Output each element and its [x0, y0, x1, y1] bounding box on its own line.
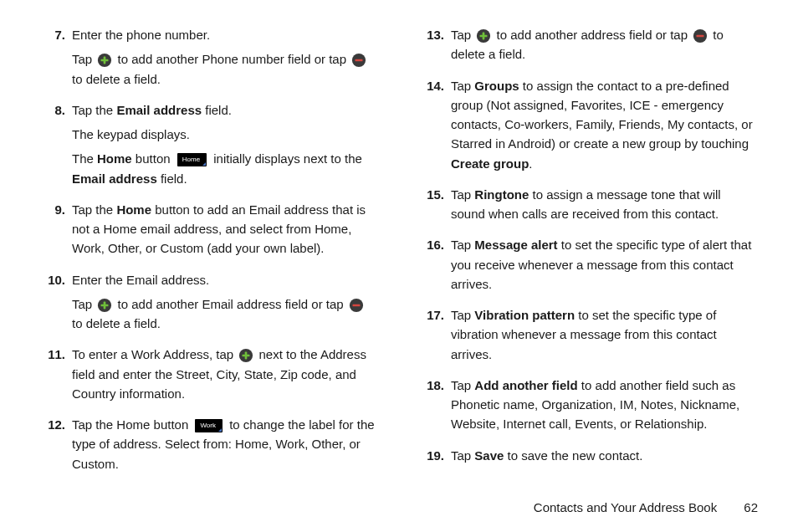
step-paragraph: Tap Save to save the new contact. [451, 446, 758, 465]
bold-text: Email address [116, 103, 202, 117]
step-body: Tap Add another field to add another fie… [451, 376, 758, 434]
step-item: 10.Enter the Email address.Tap to add an… [40, 270, 379, 334]
step-item: 12.Tap the Home button Work to change th… [40, 415, 379, 473]
step-paragraph: To enter a Work Address, tap next to the… [72, 345, 379, 403]
step-paragraph: Tap Ringtone to assign a message tone th… [451, 185, 758, 224]
step-paragraph: Tap Groups to assign the contact to a pr… [451, 76, 758, 173]
page: 7.Enter the phone number.Tap to add anot… [0, 0, 798, 532]
step-paragraph: Tap Add another field to add another fie… [451, 376, 758, 434]
step-body: Enter the Email address.Tap to add anoth… [72, 270, 379, 334]
step-paragraph: Tap Vibration pattern to set the specifi… [451, 305, 758, 364]
bold-text: Home [116, 202, 151, 217]
bold-text: Vibration pattern [474, 308, 575, 322]
step-item: 8.Tap the Email address field.The keypad… [40, 100, 379, 188]
minus-icon [693, 28, 708, 43]
svg-rect-17 [697, 35, 704, 38]
step-paragraph: Tap to add another Email address field o… [72, 294, 379, 334]
step-number: 14. [419, 76, 451, 95]
bold-text: Add another field [474, 378, 577, 392]
bold-text: Home [97, 151, 132, 166]
columns: 7.Enter the phone number.Tap to add anot… [40, 25, 758, 485]
step-number: 13. [419, 25, 451, 44]
svg-rect-7 [104, 301, 106, 309]
step-item: 15.Tap Ringtone to assign a message tone… [419, 185, 758, 224]
step-body: Tap Ringtone to assign a message tone th… [451, 185, 758, 224]
step-item: 13.Tap to add another address field or t… [419, 25, 758, 64]
step-number: 18. [419, 376, 451, 395]
plus-icon [97, 298, 112, 313]
step-number: 9. [40, 200, 72, 219]
step-item: 14.Tap Groups to assign the contact to a… [419, 76, 758, 173]
minus-icon [349, 298, 364, 313]
left-column: 7.Enter the phone number.Tap to add anot… [40, 25, 379, 485]
step-paragraph: Enter the Email address. [72, 270, 379, 289]
bold-text: Email address [72, 171, 157, 186]
home-label-button: Home [177, 153, 207, 166]
step-paragraph: Tap to add another Phone number field or… [72, 49, 379, 89]
bold-text: Groups [474, 79, 519, 93]
step-body: Enter the phone number.Tap to add anothe… [72, 25, 379, 89]
step-body: Tap to add another address field or tap … [451, 25, 758, 64]
step-number: 11. [40, 345, 72, 364]
bold-text: Message alert [474, 238, 557, 252]
step-paragraph: Tap the Home button Work to change the l… [72, 415, 379, 473]
work-label-button: Work [195, 419, 223, 432]
bold-text: Create group [451, 156, 529, 171]
bold-text: Ringtone [474, 187, 529, 202]
step-body: Tap the Home button Work to change the l… [72, 415, 379, 473]
step-paragraph: The Home button Home initially displays … [72, 149, 379, 188]
step-paragraph: Enter the phone number. [72, 25, 379, 44]
step-body: Tap Message alert to set the specific ty… [451, 235, 758, 294]
right-column: 13.Tap to add another address field or t… [419, 25, 758, 485]
step-paragraph: Tap to add another address field or tap … [451, 25, 758, 64]
step-paragraph: Tap the Home button to add an Email addr… [72, 200, 379, 258]
step-number: 8. [40, 100, 72, 120]
step-item: 7.Enter the phone number.Tap to add anot… [40, 25, 379, 89]
step-body: Tap Save to save the new contact. [451, 446, 758, 465]
step-item: 16.Tap Message alert to set the specific… [419, 235, 758, 294]
step-item: 17.Tap Vibration pattern to set the spec… [419, 305, 758, 364]
step-number: 12. [40, 415, 72, 434]
page-number: 62 [744, 498, 758, 517]
step-item: 18.Tap Add another field to add another … [419, 376, 758, 434]
step-body: Tap Groups to assign the contact to a pr… [451, 76, 758, 173]
svg-rect-12 [245, 352, 248, 360]
plus-icon [476, 28, 491, 43]
minus-icon [351, 53, 366, 68]
svg-rect-9 [352, 304, 360, 306]
step-paragraph: Tap the Email address field. [72, 100, 379, 120]
plus-icon [97, 53, 112, 68]
page-footer: Contacts and Your Address Book 62 [534, 498, 758, 517]
step-body: To enter a Work Address, tap next to the… [72, 345, 379, 403]
step-number: 15. [419, 185, 451, 204]
step-number: 16. [419, 235, 451, 254]
step-number: 17. [419, 305, 451, 325]
svg-rect-15 [483, 33, 485, 40]
step-list-left: 7.Enter the phone number.Tap to add anot… [40, 25, 379, 473]
step-body: Tap Vibration pattern to set the specifi… [451, 305, 758, 364]
step-body: Tap the Email address field.The keypad d… [72, 100, 379, 188]
step-list-right: 13.Tap to add another address field or t… [419, 25, 758, 465]
svg-rect-2 [104, 57, 106, 64]
step-paragraph: The keypad displays. [72, 125, 379, 144]
step-number: 10. [40, 270, 72, 289]
step-item: 19.Tap Save to save the new contact. [419, 446, 758, 465]
plus-icon [238, 348, 253, 363]
step-item: 9.Tap the Home button to add an Email ad… [40, 200, 379, 258]
section-title: Contacts and Your Address Book [534, 500, 717, 514]
step-item: 11.To enter a Work Address, tap next to … [40, 345, 379, 403]
bold-text: Save [474, 448, 504, 463]
step-number: 7. [40, 25, 72, 44]
step-body: Tap the Home button to add an Email addr… [72, 200, 379, 258]
step-paragraph: Tap Message alert to set the specific ty… [451, 235, 758, 294]
svg-rect-4 [356, 59, 363, 62]
step-number: 19. [419, 446, 451, 465]
